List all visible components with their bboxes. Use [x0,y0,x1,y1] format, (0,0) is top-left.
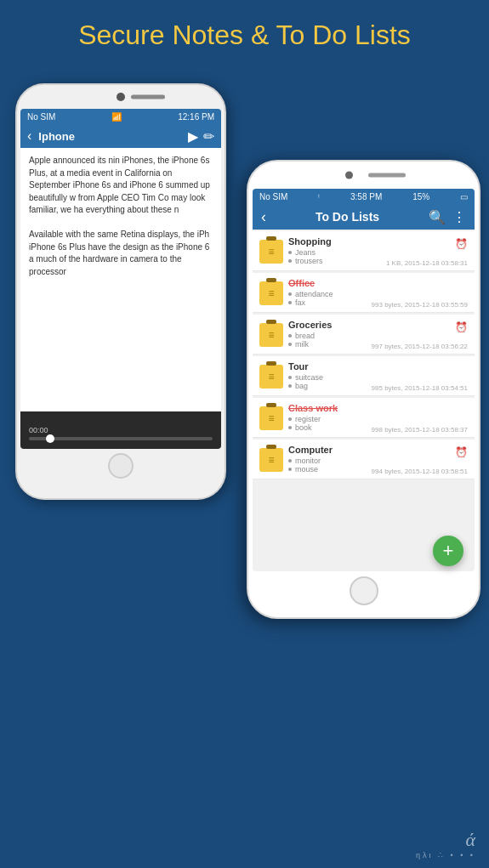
camera-back [117,93,125,101]
item-sub: attendance [288,290,468,298]
logo-text: ηλι ∴ • • • [416,851,475,859]
item-sub: monitor [288,457,468,465]
note-icon: ≡ [259,240,283,264]
item-title: Computer [288,445,468,455]
note-content: Apple announced its nin iPhones, the iPh… [20,148,221,411]
audio-thumb [46,434,54,443]
item-sub: suitcase [288,373,468,382]
content-para-1: Apple announced its nin iPhones, the iPh… [29,155,213,217]
note-icon: ≡ [259,323,283,347]
item-meta: 993 bytes, 2015-12-18 03:55:59 [372,301,468,309]
status-nosim-back: No SIM [27,112,55,122]
more-icon-front[interactable]: ⋮ [452,209,466,225]
pencil-icon-nav[interactable]: ✏ [203,128,214,145]
list-item[interactable]: ≡Groceries bread milk⏰997 bytes, 2015-12… [253,315,475,355]
list-item[interactable]: ≡Class work register book998 bytes, 2015… [253,398,475,438]
nav-bar-back: ‹ Iphone ▶ ✏ [20,124,221,148]
screen-front: No SIM ᵎ 3:58 PM 15% ▭ ‹ To Do Lists 🔍 ⋮… [253,189,475,571]
list-item[interactable]: ≡Office attendance fax993 bytes, 2015-12… [253,273,475,313]
content-para-2: Available with the same Retina displays,… [29,229,213,278]
logo-symbol: ά [465,829,475,851]
item-title: Class work [288,403,468,413]
status-bar-back: No SIM 📶 12:16 PM [20,109,221,124]
nav-icons-back: ▶ ✏ [188,128,214,145]
item-sub: Jeans [288,248,468,257]
audio-bar: 00:00 [20,411,221,449]
battery-icon-front: ▭ [460,192,468,201]
home-button-back[interactable] [108,453,134,479]
play-icon-nav[interactable]: ▶ [188,128,198,145]
item-meta: 1 KB, 2015-12-18 03:58:31 [386,259,468,267]
home-button-front[interactable] [350,576,378,605]
phones-container: No SIM 📶 12:16 PM ‹ Iphone ▶ ✏ Apple ann… [0,66,489,806]
alarm-icon: ⏰ [455,446,468,458]
nav-title-front: To Do Lists [266,210,429,224]
iphone-back: No SIM 📶 12:16 PM ‹ Iphone ▶ ✏ Apple ann… [15,83,226,500]
battery-label-front: 15% [412,192,429,201]
wifi-icon-back: 📶 [111,112,122,122]
item-meta: 998 bytes, 2015-12-18 03:58:37 [372,426,468,434]
back-arrow-icon[interactable]: ‹ [27,128,31,144]
item-meta: 994 bytes, 2015-12-18 03:58:51 [372,468,468,475]
item-sub: register [288,415,468,423]
item-sub: bread [288,332,468,340]
iphone-back-notch [17,85,225,109]
note-icon: ≡ [259,281,283,305]
iphone-front-notch [248,162,479,189]
list-item[interactable]: ≡Shopping Jeans trousers⏰1 KB, 2015-12-1… [253,231,475,271]
audio-scrubber[interactable] [29,437,213,440]
speaker-back [131,95,165,99]
item-meta: 985 bytes, 2015-12-18 03:54:51 [372,384,468,392]
screen-back: No SIM 📶 12:16 PM ‹ Iphone ▶ ✏ Apple ann… [20,109,221,449]
item-title: Tour [288,361,468,372]
iphone-front: No SIM ᵎ 3:58 PM 15% ▭ ‹ To Do Lists 🔍 ⋮… [247,160,480,619]
footer-logo: ά ηλι ∴ • • • [416,829,475,859]
item-meta: 997 bytes, 2015-12-18 03:56:22 [372,343,468,350]
note-icon: ≡ [259,365,283,389]
note-icon: ≡ [259,406,283,430]
right-icons-front: 🔍 ⋮ [429,209,466,225]
status-nosim-front: No SIM [259,192,287,201]
todo-list: ≡Shopping Jeans trousers⏰1 KB, 2015-12-1… [253,230,475,571]
alarm-icon: ⏰ [455,238,468,250]
speaker-front [368,173,406,178]
item-title: Groceries [288,320,468,330]
wifi-icon-front: ᵎ [318,192,320,201]
camera-front [345,172,353,179]
item-title: Office [288,278,468,288]
nav-bar-front: ‹ To Do Lists 🔍 ⋮ [253,204,475,230]
note-icon: ≡ [259,448,283,472]
alarm-icon: ⏰ [455,321,468,333]
app-title: Secure Notes & To Do Lists [0,0,489,66]
item-title: Shopping [288,236,468,247]
audio-time: 00:00 [29,426,213,434]
status-bar-front: No SIM ᵎ 3:58 PM 15% ▭ [253,189,475,204]
search-icon-front[interactable]: 🔍 [429,209,446,225]
status-time-back: 12:16 PM [178,112,214,122]
list-item[interactable]: ≡Computer monitor mouse⏰994 bytes, 2015-… [253,440,475,479]
list-item[interactable]: ≡Tour suitcase bag985 bytes, 2015-12-18 … [253,356,475,396]
status-time-front: 3:58 PM [350,192,382,201]
nav-title-back: Iphone [38,130,75,143]
